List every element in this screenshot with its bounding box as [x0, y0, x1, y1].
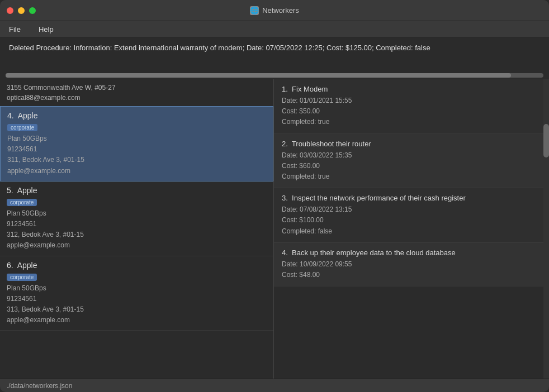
- window-scrollbar[interactable]: [543, 79, 549, 379]
- menu-file[interactable]: File: [6, 24, 24, 35]
- client-badge-6: corporate: [7, 274, 37, 281]
- statusbar: ./data/networkers.json: [0, 379, 549, 392]
- maximize-button[interactable]: [29, 7, 36, 14]
- scrollbar-track: [6, 73, 543, 78]
- menu-help[interactable]: Help: [35, 24, 57, 35]
- client-item-6[interactable]: 6. Apple corporate Plan 50GBps 91234561 …: [0, 256, 273, 331]
- procedure-item-4[interactable]: 4. Back up their employee data to the cl…: [274, 243, 543, 286]
- client-badge-5: corporate: [7, 199, 37, 206]
- minimize-button[interactable]: [18, 7, 25, 14]
- procedure-title-4: 4. Back up their employee data to the cl…: [282, 248, 536, 257]
- client-name-4: 4. Apple: [7, 111, 266, 120]
- titlebar: 🌐 Networkers: [0, 0, 549, 21]
- procedure-title-3: 3. Inspect the network performance of th…: [282, 194, 536, 202]
- horizontal-scrollbar[interactable]: [0, 71, 549, 79]
- log-area: Deleted Procedure: Information: Extend i…: [0, 38, 549, 71]
- procedure-detail-4: Date: 10/09/2022 09:55 Cost: $48.00: [282, 259, 536, 280]
- client-detail-5: Plan 50GBps 91234561 312, Bedok Ave 3, #…: [7, 208, 267, 251]
- procedure-title-1: 1. Fix Modem: [282, 85, 536, 93]
- right-panel[interactable]: 1. Fix Modem Date: 01/01/2021 15:55 Cost…: [274, 79, 543, 379]
- menubar: File Help: [0, 21, 549, 38]
- procedure-detail-2: Date: 03/03/2022 15:35 Cost: $60.00 Comp…: [282, 150, 536, 183]
- log-text: Deleted Procedure: Information: Extend i…: [9, 44, 540, 52]
- client-item-5[interactable]: 5. Apple corporate Plan 50GBps 91234561 …: [0, 181, 273, 256]
- statusbar-text: ./data/networkers.json: [7, 382, 72, 390]
- client-detail-4: Plan 50GBps 91234561 311, Bedok Ave 3, #…: [7, 133, 266, 176]
- panels-container: 3155 Commonwealth Ave W, #05-27 optical8…: [0, 79, 549, 379]
- scrollbar-thumb[interactable]: [6, 73, 511, 78]
- client-email-header: optical88@example.com: [7, 93, 267, 103]
- content-wrapper: Deleted Procedure: Information: Extend i…: [0, 38, 549, 392]
- client-item-4[interactable]: 4. Apple corporate Plan 50GBps 91234561 …: [0, 106, 273, 181]
- window-controls: [7, 7, 36, 14]
- procedure-title-2: 2. Troubleshoot their router: [282, 140, 536, 148]
- left-panel[interactable]: 3155 Commonwealth Ave W, #05-27 optical8…: [0, 79, 274, 379]
- client-detail-6: Plan 50GBps 91234561 313, Bedok Ave 3, #…: [7, 283, 267, 326]
- titlebar-title: 🌐 Networkers: [250, 6, 299, 15]
- app-icon: 🌐: [250, 6, 259, 15]
- app-title: Networkers: [262, 6, 299, 15]
- client-address: 3155 Commonwealth Ave W, #05-27: [7, 83, 267, 93]
- client-header: 3155 Commonwealth Ave W, #05-27 optical8…: [0, 79, 273, 106]
- procedure-item-2[interactable]: 2. Troubleshoot their router Date: 03/03…: [274, 134, 543, 189]
- procedure-detail-3: Date: 07/08/2022 13:15 Cost: $100.00 Com…: [282, 204, 536, 237]
- client-name-6: 6. Apple: [7, 261, 267, 270]
- procedure-item-3[interactable]: 3. Inspect the network performance of th…: [274, 188, 543, 243]
- procedure-item-1[interactable]: 1. Fix Modem Date: 01/01/2021 15:55 Cost…: [274, 79, 543, 134]
- client-name-5: 5. Apple: [7, 186, 267, 195]
- client-badge-4: corporate: [7, 124, 37, 131]
- procedure-detail-1: Date: 01/01/2021 15:55 Cost: $50.00 Comp…: [282, 95, 536, 128]
- scrollbar-thumb-vertical[interactable]: [543, 124, 549, 157]
- close-button[interactable]: [7, 7, 13, 14]
